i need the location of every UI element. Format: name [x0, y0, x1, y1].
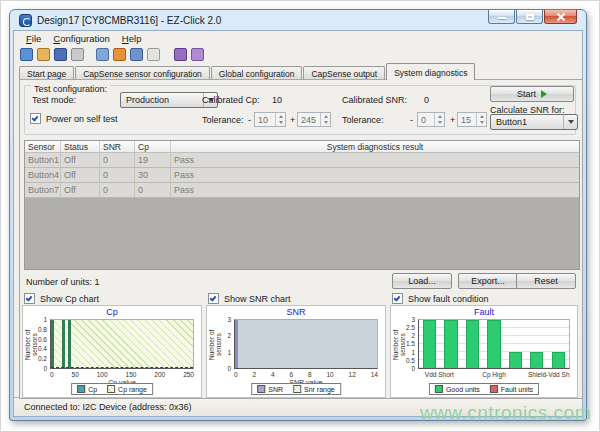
power-on-self-test-checkbox[interactable]: Power on self test [30, 113, 118, 124]
spinner-value: 0 [418, 113, 434, 126]
spinner-value: 245 [298, 113, 320, 126]
menu-file[interactable]: File [20, 32, 47, 45]
reset-button[interactable]: Reset [516, 273, 576, 289]
table-row[interactable]: Button7Off00Pass [25, 183, 579, 198]
checkbox-box [30, 113, 41, 124]
tab-global-configuration[interactable]: Global configuration [211, 66, 303, 80]
plot-area [418, 319, 570, 369]
close-button[interactable] [544, 10, 577, 24]
minus-sign: - [410, 115, 413, 125]
snr-chart-panel: SNR Number of sensors 3210 02468101214 S… [206, 305, 386, 398]
column-header[interactable]: Cp [135, 141, 171, 152]
menu-help[interactable]: Help [116, 32, 148, 45]
chart-bar [530, 352, 543, 368]
table-row[interactable]: Button4Off030Pass [25, 168, 579, 183]
y-axis-ticks: 32.521.510.50 [400, 316, 417, 372]
spin-up-icon[interactable] [324, 115, 328, 118]
table-row[interactable]: Button1Off019Pass [25, 153, 579, 168]
toggle-show-snr-chart[interactable]: Show SNR chart [208, 293, 291, 304]
print-icon[interactable] [71, 48, 84, 61]
cp-tolerance-label: Tolerance: [202, 115, 244, 125]
chart-bar [423, 320, 436, 368]
open-project-icon[interactable] [37, 48, 50, 61]
table-cell: Button7 [25, 183, 61, 197]
plus-sign: + [450, 115, 455, 125]
cp-tolerance-low-spinner[interactable]: 10 [254, 112, 286, 127]
column-header[interactable]: SNR [100, 141, 135, 152]
minimize-button[interactable] [488, 10, 515, 24]
snr-tolerance-high-spinner[interactable]: 15 [457, 112, 487, 127]
table-cell: Off [61, 168, 100, 182]
app-window: Design17 [CY8CMBR3116] - EZ-Click 2.0 Fi… [9, 9, 587, 421]
app-icon [19, 14, 32, 27]
screenshot-root: Design17 [CY8CMBR3116] - EZ-Click 2.0 Fi… [0, 0, 600, 432]
plot-area [50, 319, 194, 369]
disconnect-icon[interactable] [191, 48, 204, 61]
chart-bar [466, 320, 479, 368]
export-button[interactable]: Export... [458, 273, 518, 289]
group-caption: Test configuration: [31, 84, 110, 94]
cp-tolerance-high-spinner[interactable]: 245 [297, 112, 331, 127]
download-firmware-icon[interactable] [130, 48, 143, 61]
title-bar[interactable]: Design17 [CY8CMBR3116] - EZ-Click 2.0 [13, 10, 583, 30]
chart-bar [68, 320, 71, 368]
fault-chart-panel: Fault Number of sensors 32.521.510.50 Vd… [390, 305, 578, 398]
chart-title: SNR [207, 307, 385, 317]
close-icon [557, 13, 565, 21]
spinner-value: 10 [255, 113, 275, 126]
table-cell: 0 [100, 183, 135, 197]
tab-capsense-sensor-configuration[interactable]: CapSense sensor configuration [75, 66, 210, 80]
minus-sign: - [248, 115, 251, 125]
start-button[interactable]: Start [490, 86, 574, 102]
check-icon [394, 294, 401, 301]
legend-label: SNR [268, 386, 283, 393]
check-icon [26, 294, 33, 301]
bar-series [419, 320, 569, 368]
bar-slot [462, 320, 483, 368]
spin-down-icon[interactable] [438, 121, 442, 124]
toggle-show-fault-condition[interactable]: Show fault condition [392, 293, 489, 304]
tab-strip: Start pageCapSense sensor configurationG… [19, 63, 577, 80]
menu-configuration[interactable]: Configuration [47, 32, 116, 45]
spin-up-icon[interactable] [438, 115, 442, 118]
menu-bar: FileConfigurationHelp [14, 31, 582, 46]
spin-down-icon[interactable] [480, 121, 484, 124]
tab-capsense-output[interactable]: CapSense output [303, 66, 385, 80]
connect-icon[interactable] [174, 48, 187, 61]
tab-start-page[interactable]: Start page [19, 66, 74, 80]
diagnostics-table-header: SensorStatusSNRCpSystem diagnostics resu… [25, 141, 579, 153]
column-header[interactable]: System diagnostics result [171, 141, 579, 152]
y-axis-ticks: 10.80.60.40.20 [32, 316, 49, 372]
save-icon[interactable] [54, 48, 67, 61]
chart-title: Fault [391, 307, 577, 317]
tab-system-diagnostics[interactable]: System diagnostics [386, 63, 475, 80]
chart-legend: CpCp range [71, 383, 153, 395]
plus-sign: + [290, 115, 295, 125]
load-button[interactable]: Load... [392, 273, 452, 289]
table-cell: 19 [135, 153, 171, 167]
cp-range-swatch [107, 385, 115, 393]
table-cell: Pass [171, 153, 579, 167]
table-cell: 0 [100, 168, 135, 182]
toggle-show-cp-chart[interactable]: Show Cp chart [24, 293, 99, 304]
spin-down-icon[interactable] [279, 121, 283, 124]
snr-swatch [257, 385, 265, 393]
bar-slot [505, 320, 526, 368]
calibrated-cp-label: Calibrated Cp: [202, 95, 260, 105]
maximize-button[interactable] [516, 10, 543, 24]
spin-up-icon[interactable] [480, 115, 484, 118]
spin-down-icon[interactable] [324, 121, 328, 124]
legend-label: Cp [88, 386, 97, 393]
report-icon[interactable] [147, 48, 160, 61]
snr-tolerance-low-spinner[interactable]: 0 [417, 112, 445, 127]
calibrated-snr-value: 0 [424, 95, 429, 105]
link-icon[interactable] [113, 48, 126, 61]
calculate-snr-combo[interactable]: Button1 [490, 114, 578, 130]
bar-slot [548, 320, 569, 368]
calibrated-snr-label: Calibrated SNR: [342, 95, 407, 105]
spin-up-icon[interactable] [279, 115, 283, 118]
column-header[interactable]: Sensor [25, 141, 61, 152]
column-header[interactable]: Status [61, 141, 100, 152]
export-config-icon[interactable] [96, 48, 109, 61]
new-project-icon[interactable] [20, 48, 33, 61]
